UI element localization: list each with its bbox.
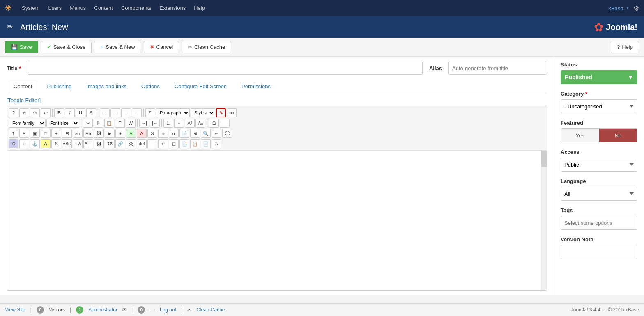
editor-source-btn[interactable]: ⊕ [9, 139, 18, 148]
editor-abbr-btn[interactable]: ab [73, 129, 83, 138]
editor-format-btn[interactable]: ¶ [145, 108, 155, 117]
tags-input[interactable] [561, 216, 637, 230]
tab-options[interactable]: Options [134, 80, 167, 93]
tab-configure-edit[interactable]: Configure Edit Screen [168, 80, 234, 93]
editor-font-family-select[interactable]: Font family [9, 119, 46, 128]
language-select[interactable]: All [561, 187, 637, 201]
editor-bgcolor-btn[interactable]: A [137, 129, 147, 138]
editor-restore-btn[interactable]: ↩ [41, 108, 51, 117]
status-dropdown[interactable]: Published ▼ [561, 70, 637, 84]
editor-paragraph-select[interactable]: Paragraph [156, 108, 190, 117]
editor-map-btn[interactable]: 🗺 [105, 139, 115, 148]
editor-hrule-btn[interactable]: — [220, 119, 230, 128]
editor-paste-word-btn[interactable]: W [126, 119, 136, 128]
version-note-input[interactable] [561, 245, 637, 259]
editor-ltr-btn[interactable]: →A [73, 139, 83, 148]
tab-permissions[interactable]: Permissions [235, 80, 278, 93]
editor-specialchar-btn[interactable]: Ω [209, 119, 219, 128]
editor-underline-btn[interactable]: U [76, 108, 85, 117]
editor-bold-btn[interactable]: B [54, 108, 64, 117]
editor-outdent-btn[interactable]: |← [150, 119, 160, 128]
editor-styles-select[interactable]: Styles [191, 108, 215, 117]
editor-block-btn[interactable]: ¶ [9, 129, 18, 138]
footer-clean-cache-link[interactable]: Clean Cache [196, 307, 225, 312]
editor-list-bullet-btn[interactable]: • [174, 119, 184, 128]
admin-link[interactable]: Administrator [88, 307, 117, 312]
clean-cache-button[interactable]: ✂ Clean Cache [182, 41, 231, 53]
editor-insert-btn[interactable]: + [51, 129, 61, 138]
editor-anchor-btn[interactable]: ⚓ [30, 139, 40, 148]
tab-images-links[interactable]: Images and links [80, 80, 134, 93]
editor-layer-btn[interactable]: ◻ [169, 139, 179, 148]
editor-flash-btn[interactable]: ★ [115, 129, 125, 138]
editor-plugin3-btn[interactable]: 📄 [201, 139, 211, 148]
featured-yes-button[interactable]: Yes [561, 129, 599, 142]
tab-content[interactable]: Content [7, 80, 39, 93]
featured-no-button[interactable]: No [599, 129, 637, 142]
editor-list-num-btn[interactable]: 1. [163, 119, 173, 128]
editor-styles2-btn[interactable]: S [147, 129, 157, 138]
editor-search-btn[interactable]: 🔍 [201, 129, 211, 138]
view-site-link[interactable]: View Site [5, 307, 25, 312]
editor-span-btn[interactable]: □ [41, 129, 51, 138]
nav-users[interactable]: Users [44, 0, 66, 16]
editor-redo-btn[interactable]: ↷ [30, 108, 40, 117]
nav-extensions[interactable]: Extensions [156, 0, 190, 16]
editor-emoticons-btn[interactable]: ☺ [158, 129, 168, 138]
tab-publishing[interactable]: Publishing [40, 80, 79, 93]
editor-align-left-btn[interactable]: ≡ [100, 108, 110, 117]
editor-abbr2-btn[interactable]: Ab [83, 129, 93, 138]
editor-extra-btn[interactable]: ••• [227, 108, 237, 117]
save-close-button[interactable]: ✔ Save & Close [41, 41, 92, 53]
editor-font-size-select[interactable]: Font size [46, 119, 79, 128]
access-select[interactable]: Public [561, 158, 637, 172]
editor-strikethrough-btn[interactable]: S [86, 108, 96, 117]
editor-replace-btn[interactable]: ↔ [212, 129, 221, 138]
editor-align-center-btn[interactable]: ≡ [110, 108, 120, 117]
editor-img2-btn[interactable]: 🖼 [94, 139, 104, 148]
editor-highlight-btn[interactable]: ✎ [216, 108, 226, 117]
editor-plugin4-btn[interactable]: 🗂 [212, 139, 221, 148]
xbase-link[interactable]: xBase ↗ [608, 5, 629, 11]
nav-system[interactable]: System [18, 0, 44, 16]
nav-components[interactable]: Components [117, 0, 156, 16]
editor-abc-btn[interactable]: ABC [62, 139, 72, 148]
toggle-editor-link[interactable]: [Toggle Editor] [7, 93, 41, 106]
help-button[interactable]: ? Help [611, 41, 639, 53]
editor-table-btn[interactable]: ⊞ [62, 129, 72, 138]
editor-scrollbar[interactable] [541, 151, 547, 290]
editor-unlink-btn[interactable]: ⛓ [126, 139, 136, 148]
editor-para-btn[interactable]: P [19, 129, 29, 138]
category-select[interactable]: - Uncategorised [561, 99, 637, 113]
editor-paste-btn[interactable]: 📋 [104, 119, 114, 128]
editor-subscript-btn[interactable]: A₂ [196, 119, 205, 128]
editor-charmap-btn[interactable]: α [169, 129, 179, 138]
editor-print-btn[interactable]: 🖨 [190, 129, 200, 138]
editor-italic-btn[interactable]: I [65, 108, 75, 117]
editor-media-btn[interactable]: ▶ [105, 129, 115, 138]
editor-rtl-btn[interactable]: A← [83, 139, 93, 148]
editor-del-btn[interactable]: del [137, 139, 147, 148]
save-button[interactable]: 💾 Save [5, 41, 38, 53]
editor-content[interactable] [7, 151, 541, 290]
gear-icon[interactable]: ⚙ [633, 5, 639, 12]
editor-copy-btn[interactable]: ⎘ [94, 119, 104, 128]
editor-undo-btn[interactable]: ↶ [19, 108, 29, 117]
title-input[interactable] [28, 62, 423, 75]
logout-link[interactable]: Log out [160, 307, 176, 312]
editor-hr-btn[interactable]: — [147, 139, 157, 148]
editor-indent-btn[interactable]: →| [139, 119, 149, 128]
editor-superscript-btn[interactable]: A² [185, 119, 195, 128]
editor-fullscreen-btn[interactable]: ⛶ [222, 129, 232, 138]
editor-newdoc-btn[interactable]: 📄 [179, 129, 189, 138]
editor-plugin2-btn[interactable]: 📋 [190, 139, 200, 148]
editor-strike-btn[interactable]: S̶ [51, 139, 61, 148]
nav-menus[interactable]: Menus [66, 0, 90, 16]
editor-align-justify-btn[interactable]: ≡ [132, 108, 142, 117]
editor-paste-text-btn[interactable]: T [115, 119, 125, 128]
alias-input[interactable] [448, 62, 547, 75]
editor-color-btn[interactable]: A [126, 129, 136, 138]
editor-help-btn[interactable]: ? [9, 108, 18, 117]
nav-help[interactable]: Help [190, 0, 209, 16]
editor-hilite-btn[interactable]: A [41, 139, 51, 148]
